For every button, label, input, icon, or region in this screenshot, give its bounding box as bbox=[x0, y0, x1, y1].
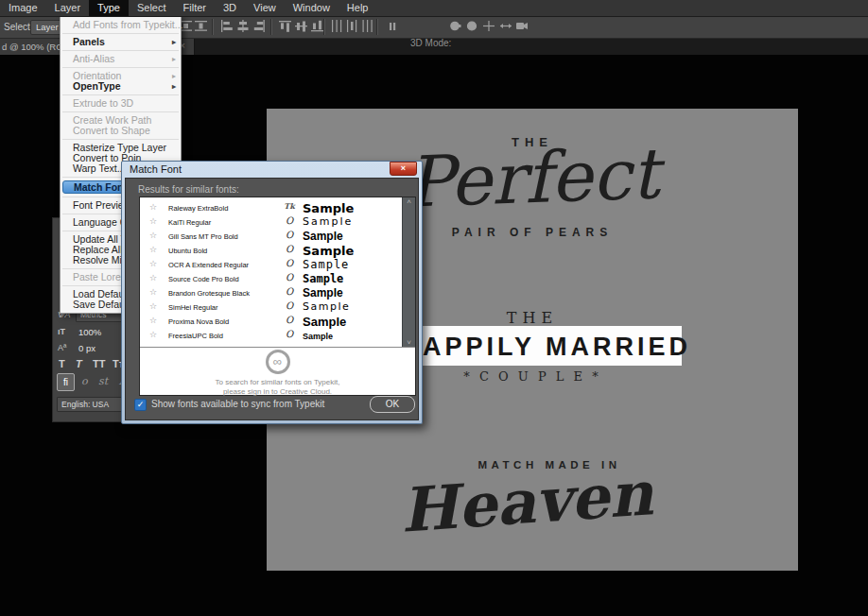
font-result-row[interactable]: ☆ KaiTi Regular O Sample bbox=[140, 215, 415, 230]
font-name: Source Code Pro Bold bbox=[168, 275, 239, 283]
font-name: OCR A Extended Regular bbox=[168, 261, 249, 269]
font-result-row[interactable]: ☆ SimHei Regular O Sample bbox=[140, 300, 415, 315]
dialog-close-button[interactable]: × bbox=[390, 162, 417, 176]
all-caps-button[interactable]: TT bbox=[93, 358, 105, 369]
menu-item-label: Convert to Shape bbox=[73, 125, 150, 136]
scrollbar[interactable]: ˄ ˅ bbox=[402, 197, 415, 347]
scroll-down-icon[interactable]: ˅ bbox=[403, 338, 415, 347]
font-name: KaiTi Regular bbox=[168, 218, 211, 227]
menu-filter[interactable]: Filter bbox=[175, 0, 215, 16]
font-result-row[interactable]: ☆ Ubuntu Bold O Sample bbox=[140, 244, 415, 258]
menu-item-panels[interactable]: Panels▸ bbox=[61, 37, 181, 47]
font-result-row[interactable]: ☆ Proxima Nova Bold O Sample bbox=[140, 315, 415, 329]
font-sample: Sample bbox=[303, 315, 346, 329]
menu-type[interactable]: Type bbox=[89, 0, 129, 16]
match-font-dialog: Match Font × Results for similar fonts: … bbox=[121, 161, 423, 424]
submenu-arrow-icon: ▸ bbox=[172, 54, 176, 64]
font-sample: Sample bbox=[303, 300, 350, 313]
scroll-up-icon[interactable]: ˄ bbox=[403, 197, 415, 206]
distribute-horizontal-centers-icon[interactable] bbox=[346, 20, 359, 32]
close-icon: × bbox=[401, 163, 406, 173]
discretionary-ligatures-button[interactable]: st bbox=[98, 375, 108, 387]
font-result-row[interactable]: ☆ Raleway ExtraBold Tk Sample bbox=[140, 201, 415, 215]
menu-separator bbox=[62, 67, 179, 68]
3d-camera-icon[interactable] bbox=[515, 20, 529, 32]
menu-separator bbox=[62, 94, 179, 95]
faux-italic-button[interactable]: T bbox=[76, 358, 82, 369]
favorite-star-icon[interactable]: ☆ bbox=[149, 259, 157, 268]
auto-align-layers-icon[interactable] bbox=[386, 20, 399, 32]
typekit-icon: Tk bbox=[282, 201, 297, 211]
font-sample: Sample bbox=[303, 244, 354, 258]
font-result-row[interactable]: ☆ FreesiaUPC Bold O Sample bbox=[140, 329, 415, 343]
ok-button[interactable]: OK bbox=[370, 396, 415, 413]
distribute-bottom-edges-icon[interactable] bbox=[195, 20, 208, 32]
align-top-edges-icon[interactable] bbox=[279, 20, 292, 32]
dialog-title: Match Font bbox=[130, 163, 182, 175]
menu-item-add-fonts-typekit[interactable]: Add Fonts from Typekit... bbox=[61, 20, 181, 30]
menu-separator bbox=[62, 111, 179, 112]
font-result-row[interactable]: ☆ OCR A Extended Regular O Sample bbox=[140, 258, 415, 272]
menu-item-anti-alias[interactable]: Anti-Alias▸ bbox=[61, 54, 181, 64]
favorite-star-icon[interactable]: ☆ bbox=[149, 287, 157, 297]
3d-mode-label: 3D Mode: bbox=[410, 38, 451, 48]
font-sample: Sample bbox=[303, 201, 354, 215]
font-sample: Sample bbox=[303, 258, 349, 271]
menu-item-label: Extrude to 3D bbox=[73, 97, 133, 109]
font-result-row[interactable]: ☆ Brandon Grotesque Black O Sample bbox=[140, 286, 415, 300]
font-rows: ☆ Raleway ExtraBold Tk Sample ☆ KaiTi Re… bbox=[140, 197, 415, 347]
font-results-list: ☆ Raleway ExtraBold Tk Sample ☆ KaiTi Re… bbox=[139, 197, 416, 396]
submenu-arrow-icon: ▸ bbox=[172, 71, 176, 81]
distribute-left-edges-icon[interactable] bbox=[331, 20, 344, 32]
opentype-icon: O bbox=[282, 286, 297, 297]
font-name: Ubuntu Bold bbox=[168, 247, 207, 255]
vertical-scale-value[interactable]: 100% bbox=[78, 327, 101, 337]
favorite-star-icon[interactable]: ☆ bbox=[149, 202, 157, 212]
favorite-star-icon[interactable]: ☆ bbox=[149, 245, 157, 254]
select-label: Select: bbox=[4, 22, 33, 32]
font-result-row[interactable]: ☆ Source Code Pro Bold O Sample bbox=[140, 272, 415, 286]
menu-item-convert-to-shape[interactable]: Convert to Shape bbox=[61, 126, 181, 136]
font-name: Brandon Grotesque Black bbox=[168, 289, 250, 298]
menu-item-opentype[interactable]: OpenType▸ bbox=[61, 81, 181, 92]
3d-orbit-icon[interactable] bbox=[448, 20, 461, 32]
dialog-body: Results for similar fonts: ☆ Raleway Ext… bbox=[125, 178, 419, 420]
align-bottom-edges-icon[interactable] bbox=[311, 20, 324, 32]
3d-pan-icon[interactable] bbox=[482, 20, 495, 32]
menu-3d[interactable]: 3D bbox=[215, 0, 245, 16]
align-vertical-centers-icon[interactable] bbox=[295, 20, 308, 32]
favorite-star-icon[interactable]: ☆ bbox=[149, 231, 157, 240]
baseline-shift-value[interactable]: 0 px bbox=[78, 343, 95, 353]
favorite-star-icon[interactable]: ☆ bbox=[149, 216, 157, 226]
menu-select[interactable]: Select bbox=[129, 0, 175, 16]
favorite-star-icon[interactable]: ☆ bbox=[149, 273, 157, 282]
3d-roll-icon[interactable] bbox=[465, 20, 478, 32]
font-sample: Sample bbox=[303, 332, 333, 341]
menu-layer[interactable]: Layer bbox=[46, 0, 90, 16]
align-left-edges-icon[interactable] bbox=[220, 20, 234, 32]
menu-view[interactable]: View bbox=[245, 0, 285, 16]
baseline-shift-icon: Aª bbox=[58, 343, 66, 352]
align-horizontal-centers-icon[interactable] bbox=[236, 20, 250, 32]
menu-item-extrude-3d[interactable]: Extrude to 3D bbox=[61, 98, 181, 109]
favorite-star-icon[interactable]: ☆ bbox=[149, 301, 157, 311]
ligatures-button[interactable]: fi bbox=[57, 373, 75, 391]
align-right-edges-icon[interactable] bbox=[252, 20, 266, 32]
distribute-right-edges-icon[interactable] bbox=[361, 20, 374, 32]
canvas-text-happily-married[interactable]: APPILY MARRIED bbox=[423, 333, 691, 362]
menu-help[interactable]: Help bbox=[339, 0, 377, 16]
3d-slide-icon[interactable] bbox=[499, 20, 512, 32]
font-sample: Sample bbox=[303, 215, 353, 228]
typekit-sync-checkbox[interactable]: ✓ bbox=[134, 399, 147, 411]
opentype-icon: O bbox=[282, 300, 297, 311]
favorite-star-icon[interactable]: ☆ bbox=[149, 330, 157, 339]
faux-bold-button[interactable]: T bbox=[59, 358, 65, 369]
opentype-icon: O bbox=[282, 258, 297, 268]
creative-cloud-glyph: ∞ bbox=[269, 353, 287, 370]
font-result-row[interactable]: ☆ Gill Sans MT Pro Bold O Sample bbox=[140, 230, 415, 244]
menu-image[interactable]: Image bbox=[0, 0, 46, 16]
menu-window[interactable]: Window bbox=[285, 0, 339, 16]
creative-cloud-icon: ∞ bbox=[266, 350, 290, 374]
favorite-star-icon[interactable]: ☆ bbox=[149, 316, 157, 325]
contextual-alternates-button[interactable]: o bbox=[81, 375, 88, 387]
